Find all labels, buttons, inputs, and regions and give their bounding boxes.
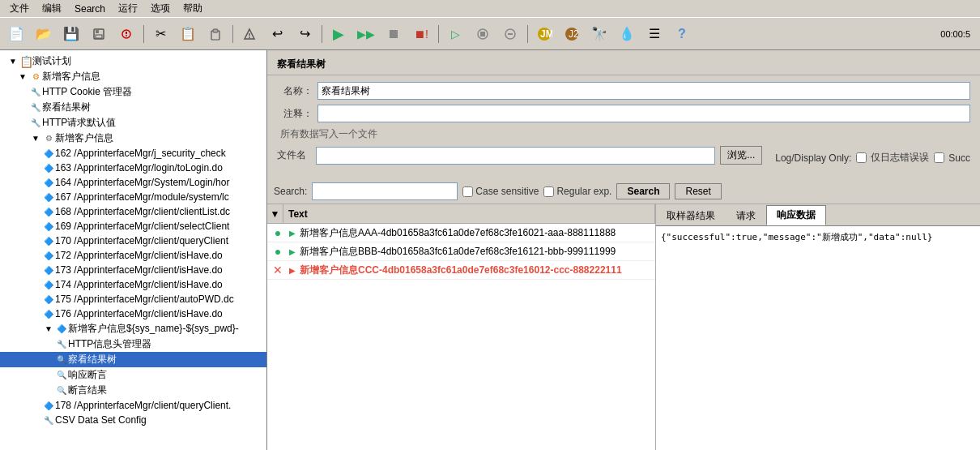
col-arrow[interactable]: ▼	[267, 204, 283, 224]
name-row: 名称：	[277, 82, 970, 100]
menu-help[interactable]: 帮助	[177, 0, 209, 17]
revert-button[interactable]	[113, 21, 139, 47]
icon2-button[interactable]: J2	[559, 21, 585, 47]
result-item-1[interactable]: ● ▶ 新增客户信息AAA-4db01658a3fc61a0de7ef68c3f…	[267, 224, 655, 242]
run-no-pause-button[interactable]: ▶▶	[353, 21, 379, 47]
new-button[interactable]: 📄	[3, 21, 29, 47]
tree-label: 测试计划	[32, 54, 71, 68]
regular-exp-checkbox[interactable]	[543, 186, 554, 197]
svg-rect-12	[480, 32, 485, 36]
log-success-label[interactable]: Succ	[934, 152, 970, 164]
file-section-note: 所有数据写入一个文件	[277, 127, 970, 141]
list-button[interactable]: ☰	[641, 21, 667, 47]
tree-item-sampler-164[interactable]: 🔷 164 /ApprinterfaceMgr/System/Login/hor	[0, 175, 266, 190]
file-input[interactable]	[316, 147, 715, 165]
tree-label-listener-selected: 察看结果树	[68, 353, 117, 366]
comment-input[interactable]	[317, 105, 970, 122]
success-icon-1: ●	[271, 225, 285, 240]
tree-item-sampler-174[interactable]: 🔷 174 /ApprinterfaceMgr/client/isHave.do	[0, 277, 266, 292]
browse-button[interactable]: 浏览...	[720, 146, 762, 165]
run-button[interactable]: ▶	[326, 21, 352, 47]
case-sensitive-label[interactable]: Case sensitive	[462, 186, 539, 197]
clear-button[interactable]	[236, 21, 262, 47]
tree-item-assertion[interactable]: 🔍 响应断言	[0, 367, 266, 383]
tree-label-assertion-result: 断言结果	[68, 384, 107, 397]
menu-options[interactable]: 选项	[144, 0, 177, 17]
help-button[interactable]: ?	[669, 21, 695, 47]
comment-label: 注释：	[277, 107, 317, 121]
tree-item-sampler-168[interactable]: 🔷 168 /ApprinterfaceMgr/client/clientLis…	[0, 204, 266, 219]
tab-sampler-result[interactable]: 取样器结果	[656, 206, 726, 225]
svg-text:JM: JM	[540, 28, 552, 40]
tree-item-controller[interactable]: ▼ ⚙ 新增客户信息	[0, 131, 266, 146]
tree-label-httpdefault: HTTP请求默认值	[42, 116, 116, 130]
tab-request[interactable]: 请求	[726, 206, 766, 225]
stop-button[interactable]: ⏹	[381, 21, 407, 47]
remote-stop-button[interactable]	[470, 21, 496, 47]
copy-button[interactable]: 📋	[175, 21, 201, 47]
tree-item-sampler-169[interactable]: 🔷 169 /ApprinterfaceMgr/client/selectCli…	[0, 219, 266, 234]
tree-item-http-default[interactable]: 🔧 HTTP请求默认值	[0, 115, 266, 131]
tree-item-sampler-173[interactable]: 🔷 173 /ApprinterfaceMgr/client/isHave.do	[0, 263, 266, 277]
tree-item-sampler-175[interactable]: 🔷 175 /ApprinterfaceMgr/client/autoPWD.d…	[0, 292, 266, 306]
result-item-3[interactable]: ✕ ▶ 新增客户信息CCC-4db01658a3fc61a0de7ef68c3f…	[267, 261, 655, 280]
tree-item-sampler-sys[interactable]: ▼ 🔷 新增客户信息${sys_name}-${sys_pwd}-	[0, 321, 266, 336]
binoculars-button[interactable]: 🔭	[586, 21, 612, 47]
separator-1	[141, 23, 146, 45]
reset-button[interactable]: Reset	[675, 183, 721, 199]
expand-icon-r2: ▶	[285, 244, 300, 259]
listener-icon: 🔧	[29, 101, 42, 114]
menu-search[interactable]: Search	[68, 2, 112, 16]
tree-label-169: 169 /ApprinterfaceMgr/client/selectClien…	[55, 221, 229, 232]
undo-button[interactable]: ↩	[264, 21, 290, 47]
paste-button[interactable]	[202, 21, 228, 47]
tree-item-cookie[interactable]: 🔧 HTTP Cookie 管理器	[0, 84, 266, 100]
tree-label-sys: 新增客户信息${sys_name}-${sys_pwd}-	[68, 322, 239, 336]
search-button[interactable]: Search	[616, 183, 670, 199]
remote-clear-button[interactable]	[497, 21, 523, 47]
svg-text:J2: J2	[569, 28, 579, 40]
menu-edit[interactable]: 编辑	[36, 0, 68, 17]
save-as-button[interactable]	[86, 21, 112, 47]
redo-button[interactable]: ↪	[292, 21, 317, 47]
tree-item-sampler-163[interactable]: 🔷 163 /ApprinterfaceMgr/login/toLogin.do	[0, 161, 266, 175]
name-input[interactable]	[317, 82, 970, 100]
log-success-checkbox[interactable]	[934, 152, 944, 163]
toolbar: 📄 📂 💾 ✂ 📋 ↩ ↪ ▶ ▶▶ ⏹ ⏹! ▷ JM J2 🔭 💧 ☰ ? …	[0, 18, 980, 50]
tab-response-data[interactable]: 响应数据	[766, 205, 826, 225]
remote-run-button[interactable]: ▷	[442, 21, 468, 47]
stop-now-button[interactable]: ⏹!	[408, 21, 434, 47]
dropper-button[interactable]: 💧	[614, 21, 640, 47]
tree-item-thread-group[interactable]: ▼ ⚙ 新增客户信息	[0, 69, 266, 84]
regular-exp-label[interactable]: Regular exp.	[543, 186, 611, 197]
cut-button[interactable]: ✂	[147, 21, 173, 47]
svg-point-10	[249, 36, 250, 38]
tree-item-assertion-result[interactable]: 🔍 断言结果	[0, 383, 266, 398]
menubar: 文件 编辑 Search 运行 选项 帮助	[0, 0, 980, 18]
menu-file[interactable]: 文件	[3, 0, 36, 17]
save-button[interactable]: 💾	[58, 21, 84, 47]
jmeter-button[interactable]: JM	[531, 21, 557, 47]
tree-item-sampler-172[interactable]: 🔷 172 /ApprinterfaceMgr/client/isHave.do	[0, 248, 266, 263]
log-errors-label[interactable]: 仅日志错误误	[856, 151, 929, 165]
tree-label-162: 162 /ApprinterfaceMgr/j_security_check	[55, 148, 226, 159]
expand-icon: ▼	[6, 55, 19, 68]
tree-item-sampler-170[interactable]: 🔷 170 /ApprinterfaceMgr/client/queryClie…	[0, 234, 266, 248]
log-errors-checkbox[interactable]	[856, 152, 867, 163]
case-sensitive-checkbox[interactable]	[462, 186, 473, 197]
tree-item-csv[interactable]: 🔧 CSV Data Set Config	[0, 413, 266, 427]
open-button[interactable]: 📂	[31, 21, 57, 47]
result-item-2[interactable]: ● ▶ 新增客户信息BBB-4db01658a3fc61a0de7ef68c3f…	[267, 242, 655, 261]
tree-item-sampler-176[interactable]: 🔷 176 /ApprinterfaceMgr/client/isHave.do	[0, 306, 266, 321]
tree-item-listener-selected[interactable]: 🔍 察看结果树	[0, 352, 266, 367]
tree-item-sampler-178[interactable]: 🔷 178 /ApprinterfaceMgr/client/queryClie…	[0, 398, 266, 413]
search-input[interactable]	[312, 182, 458, 200]
tree-item-sampler-162[interactable]: 🔷 162 /ApprinterfaceMgr/j_security_check	[0, 146, 266, 161]
tree-item-listener-1[interactable]: 🔧 察看结果树	[0, 100, 266, 115]
tree-label-164: 164 /ApprinterfaceMgr/System/Login/hor	[55, 177, 229, 188]
menu-run[interactable]: 运行	[112, 0, 144, 17]
tree-item-http-header[interactable]: 🔧 HTTP信息头管理器	[0, 336, 266, 352]
tree-item-sampler-167[interactable]: 🔷 167 /ApprinterfaceMgr/module/system/lc	[0, 190, 266, 204]
results-splitter: ▼ Text ● ▶ 新增客户信息AAA-4db01658a3fc61a0de7…	[267, 204, 980, 450]
tree-item-test-plan[interactable]: ▼ 📋 测试计划	[0, 54, 266, 69]
